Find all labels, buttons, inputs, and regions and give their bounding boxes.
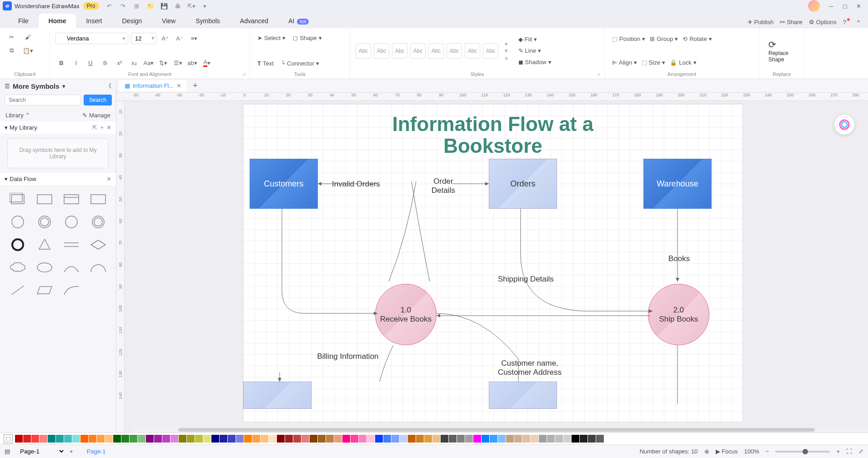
italic-icon[interactable]: I	[70, 57, 82, 69]
tab-symbols[interactable]: Symbols	[186, 14, 230, 28]
increase-font-icon[interactable]: A⁺	[159, 33, 171, 45]
page-list-icon[interactable]: ▤	[5, 448, 10, 455]
color-swatch[interactable]	[162, 435, 170, 443]
color-swatch[interactable]	[506, 435, 514, 443]
color-swatch[interactable]	[555, 435, 563, 443]
color-swatch[interactable]	[113, 435, 121, 443]
add-page-button[interactable]: +	[70, 448, 73, 455]
color-swatch[interactable]	[572, 435, 579, 443]
zoom-slider[interactable]	[775, 451, 830, 453]
style-swatch-7[interactable]: Abc	[465, 43, 480, 59]
shape-diamond[interactable]	[86, 235, 110, 254]
color-swatch[interactable]	[277, 435, 285, 443]
color-swatch[interactable]	[367, 435, 375, 443]
tab-insert[interactable]: Insert	[76, 14, 112, 28]
target-icon[interactable]: ⊕	[704, 448, 709, 455]
minimize-button[interactable]: ─	[824, 0, 838, 12]
color-swatch[interactable]	[359, 435, 366, 443]
font-color-icon[interactable]: A▾	[201, 57, 213, 69]
paste-icon[interactable]: 📋▾	[22, 45, 34, 56]
color-swatch[interactable]	[588, 435, 596, 443]
position-button[interactable]: ⬚ Position▾	[610, 34, 647, 44]
no-fill-button[interactable]: ⬚	[4, 434, 13, 443]
shape-double-circle[interactable]	[33, 212, 56, 232]
shape-parallelogram[interactable]	[33, 281, 56, 300]
tab-file[interactable]: File	[8, 14, 39, 28]
tab-design[interactable]: Design	[112, 14, 152, 28]
color-swatch[interactable]	[547, 435, 555, 443]
ai-fab-button[interactable]	[834, 115, 854, 135]
color-swatch[interactable]	[187, 435, 195, 443]
close-lib-icon[interactable]: ✕	[106, 124, 111, 131]
fullscreen-button[interactable]: ⤢	[858, 448, 863, 455]
select-tool-button[interactable]: ➤ Select ▾	[256, 33, 287, 43]
node-bottom-1[interactable]	[243, 382, 311, 409]
node-warehouse[interactable]: Warehouse	[643, 159, 712, 209]
color-swatch[interactable]	[48, 435, 55, 443]
color-swatch[interactable]	[40, 435, 47, 443]
text-tool-button[interactable]: T Text	[256, 58, 276, 69]
strikethrough-icon[interactable]: S	[99, 57, 111, 69]
color-swatch[interactable]	[449, 435, 457, 443]
style-scroll-down[interactable]: ▾	[505, 47, 508, 54]
color-swatch[interactable]	[383, 435, 391, 443]
color-swatch[interactable]	[146, 435, 154, 443]
tab-home[interactable]: Home	[39, 14, 76, 28]
data-flow-header[interactable]: ▾ Data Flow ✕	[0, 173, 116, 185]
color-swatch[interactable]	[351, 435, 358, 443]
library-drop-zone[interactable]: Drag symbols here to add to My Library	[7, 138, 109, 168]
color-swatch[interactable]	[375, 435, 383, 443]
color-swatch[interactable]	[64, 435, 72, 443]
horizontal-scrollbar[interactable]	[133, 427, 868, 433]
shape-rect[interactable]	[33, 190, 56, 209]
color-swatch[interactable]	[228, 435, 236, 443]
color-swatch[interactable]	[522, 435, 530, 443]
shape-cloud[interactable]	[6, 258, 30, 277]
options-button[interactable]: ⚙ Options	[809, 19, 837, 25]
color-swatch[interactable]	[490, 435, 497, 443]
close-section-icon[interactable]: ✕	[106, 176, 111, 182]
size-button[interactable]: ⬚ Size▾	[640, 57, 667, 68]
decrease-font-icon[interactable]: A⁻	[174, 33, 186, 45]
tab-view[interactable]: View	[152, 14, 186, 28]
shape-line[interactable]	[6, 281, 30, 300]
dropdown-icon[interactable]: ▾	[62, 83, 65, 90]
node-receive-books[interactable]: 1.0 Receive Books	[375, 284, 437, 345]
library-toggle[interactable]: Library ⌃	[5, 112, 30, 119]
page-select[interactable]: Page-1	[15, 446, 65, 457]
document-tab[interactable]: ▦ Information Fl... ✕	[119, 80, 187, 91]
color-swatch[interactable]	[80, 435, 88, 443]
node-orders[interactable]: Orders	[489, 159, 557, 209]
maximize-button[interactable]: ◻	[838, 0, 852, 12]
color-swatch[interactable]	[424, 435, 432, 443]
search-button[interactable]: Search	[84, 95, 112, 106]
color-swatch[interactable]	[154, 435, 162, 443]
publish-button[interactable]: ✈ Publish	[748, 19, 774, 25]
shape-triangle[interactable]	[33, 235, 56, 254]
symbol-search-input[interactable]	[5, 95, 81, 106]
color-swatch[interactable]	[391, 435, 399, 443]
color-swatch[interactable]	[465, 435, 473, 443]
color-swatch[interactable]	[563, 435, 571, 443]
style-scroll-up[interactable]: ▴	[505, 40, 508, 46]
copy-icon[interactable]: ⧉	[5, 45, 17, 56]
redo-icon[interactable]: ↷	[119, 2, 127, 10]
label-order-details[interactable]: Order Details	[421, 177, 466, 195]
hamburger-icon[interactable]: ☰	[5, 83, 10, 90]
color-swatch[interactable]	[342, 435, 350, 443]
fill-button[interactable]: ◆ Fill ▾	[517, 34, 553, 45]
color-swatch[interactable]	[498, 435, 506, 443]
superscript-icon[interactable]: x²	[114, 57, 125, 69]
list-icon[interactable]: ☰▾	[172, 57, 184, 69]
shape-circle2[interactable]	[60, 212, 83, 232]
label-books[interactable]: Books	[668, 254, 690, 263]
group-button[interactable]: ⊞ Group▾	[648, 34, 680, 44]
zoom-out-button[interactable]: −	[766, 448, 769, 455]
format-painter-icon[interactable]: 🖌	[22, 31, 34, 43]
help-button[interactable]: ?	[843, 19, 851, 25]
color-swatch[interactable]	[31, 435, 39, 443]
node-ship-books[interactable]: 2.0 Ship Books	[648, 284, 709, 345]
shape-ellipse[interactable]	[33, 258, 56, 277]
color-swatch[interactable]	[220, 435, 227, 443]
underline-icon[interactable]: U	[85, 57, 96, 69]
